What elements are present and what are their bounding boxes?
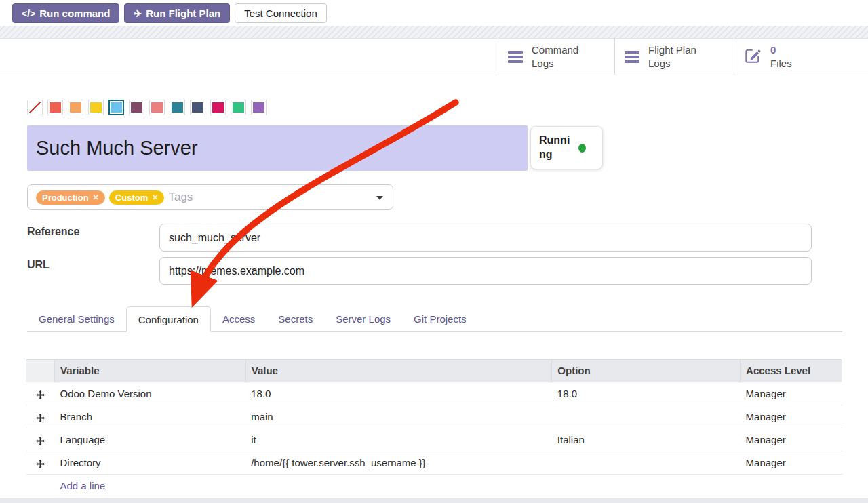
tab-configuration[interactable]: Configuration bbox=[126, 306, 211, 332]
menu-lines-icon bbox=[508, 51, 523, 63]
cell-variable[interactable]: Directory bbox=[54, 451, 245, 475]
tag-custom-label: Custom bbox=[115, 193, 148, 203]
remove-tag-icon[interactable]: ✕ bbox=[93, 193, 99, 202]
empty-cell bbox=[26, 475, 55, 498]
config-variables-table: Variable Value Option Access Level Odoo … bbox=[26, 359, 842, 498]
table-row[interactable]: Odoo Demo Version 18.0 18.0 Manager bbox=[26, 382, 842, 405]
test-connection-label: Test Connection bbox=[244, 7, 317, 19]
cell-value[interactable]: 18.0 bbox=[245, 382, 552, 405]
cell-access-level[interactable]: Manager bbox=[741, 405, 842, 428]
cell-option[interactable] bbox=[552, 405, 741, 428]
flight-plan-logs-label-line1: Flight Plan bbox=[648, 44, 696, 56]
cell-option[interactable]: 18.0 bbox=[552, 382, 741, 405]
sheet-header: Command Logs Flight Plan Logs 0 Files bbox=[0, 39, 868, 75]
command-logs-stat-button[interactable]: Command Logs bbox=[498, 39, 614, 75]
tab-git-projects[interactable]: Git Projects bbox=[402, 306, 478, 331]
add-line-row: Add a line bbox=[26, 475, 842, 498]
flight-plan-logs-label-line2: Logs bbox=[648, 58, 671, 69]
cell-option[interactable]: Italian bbox=[552, 428, 741, 451]
edit-icon bbox=[744, 47, 762, 67]
tag-production: Production ✕ bbox=[36, 190, 105, 205]
cell-access-level[interactable]: Manager bbox=[741, 428, 842, 451]
run-flight-plan-button[interactable]: ✈ Run Flight Plan bbox=[124, 3, 230, 23]
page-background-strip bbox=[0, 26, 868, 39]
notebook-tabs: General Settings Configuration Access Se… bbox=[27, 306, 842, 332]
table-row[interactable]: Language it Italian Manager bbox=[26, 428, 842, 451]
menu-lines-icon bbox=[625, 51, 639, 63]
cell-value[interactable]: it bbox=[245, 428, 552, 451]
files-count: 0 bbox=[770, 44, 776, 56]
run-command-label: Run command bbox=[39, 7, 110, 19]
table-row[interactable]: Branch main Manager bbox=[26, 405, 842, 428]
command-logs-label-line2: Logs bbox=[532, 58, 554, 69]
color-swatch-yellow[interactable] bbox=[88, 100, 104, 115]
cell-option[interactable] bbox=[552, 451, 741, 475]
cell-variable[interactable]: Odoo Demo Version bbox=[54, 382, 245, 405]
files-stat-button[interactable]: 0 Files bbox=[734, 39, 868, 75]
cell-variable[interactable]: Branch bbox=[54, 405, 245, 428]
reference-input[interactable] bbox=[159, 224, 812, 252]
column-header-value[interactable]: Value bbox=[245, 360, 552, 382]
tag-production-label: Production bbox=[42, 193, 89, 203]
cell-access-level[interactable]: Manager bbox=[741, 382, 842, 405]
table-row[interactable]: Directory /home/{{ tower.server.ssh_user… bbox=[26, 451, 842, 475]
cell-access-level[interactable]: Manager bbox=[741, 451, 842, 475]
add-a-line-link[interactable]: Add a line bbox=[60, 480, 105, 491]
cell-value[interactable]: /home/{{ tower.server.ssh_username }} bbox=[245, 451, 552, 475]
status-card: Running bbox=[530, 126, 603, 169]
status-label: Running bbox=[539, 134, 572, 162]
color-swatch-red[interactable] bbox=[47, 100, 63, 115]
tag-custom: Custom ✕ bbox=[109, 190, 165, 205]
color-swatch-dark-blue[interactable] bbox=[190, 100, 205, 115]
cell-value[interactable]: main bbox=[245, 405, 552, 428]
drag-handle-icon[interactable] bbox=[26, 428, 55, 451]
server-name-value: Such Much Server bbox=[27, 137, 198, 159]
color-swatch-fuchsia[interactable] bbox=[210, 100, 226, 115]
dropdown-caret-icon[interactable] bbox=[376, 196, 383, 200]
tab-general-settings[interactable]: General Settings bbox=[27, 306, 126, 331]
handle-column-header bbox=[26, 360, 55, 382]
drag-handle-icon[interactable] bbox=[26, 405, 55, 428]
remove-tag-icon[interactable]: ✕ bbox=[152, 193, 158, 202]
cell-variable[interactable]: Language bbox=[54, 428, 245, 451]
table-header-row: Variable Value Option Access Level bbox=[26, 360, 842, 382]
run-flight-plan-label: Run Flight Plan bbox=[146, 7, 220, 19]
color-swatch-light-blue-selected[interactable] bbox=[108, 100, 124, 115]
column-header-access-level[interactable]: Access Level bbox=[741, 360, 842, 382]
code-icon: </> bbox=[22, 8, 35, 19]
command-logs-label-line1: Command bbox=[532, 44, 578, 56]
column-header-option[interactable]: Option bbox=[552, 360, 741, 382]
run-command-button[interactable]: </> Run command bbox=[12, 3, 119, 23]
tags-placeholder: Tags bbox=[168, 190, 193, 204]
files-label: Files bbox=[770, 58, 792, 69]
drag-handle-icon[interactable] bbox=[26, 382, 55, 405]
color-swatch-medium-blue[interactable] bbox=[170, 100, 185, 115]
color-swatch-orange[interactable] bbox=[68, 100, 83, 115]
reference-label: Reference bbox=[27, 226, 79, 238]
color-swatch-none[interactable] bbox=[27, 100, 43, 115]
color-picker bbox=[27, 100, 267, 115]
plane-icon: ✈ bbox=[134, 8, 142, 19]
server-name-field[interactable]: Such Much Server bbox=[27, 125, 528, 171]
add-line-cell: Add a line bbox=[54, 475, 842, 498]
stat-button-box: Command Logs Flight Plan Logs 0 Files bbox=[498, 39, 868, 75]
sheet-footer-strip bbox=[0, 498, 868, 503]
url-label: URL bbox=[27, 259, 50, 271]
test-connection-button[interactable]: Test Connection bbox=[235, 3, 327, 23]
color-swatch-dark-purple[interactable] bbox=[129, 100, 144, 115]
status-dot bbox=[578, 144, 586, 153]
tab-access[interactable]: Access bbox=[211, 306, 267, 331]
tab-server-logs[interactable]: Server Logs bbox=[324, 306, 402, 331]
color-swatch-salmon-pink[interactable] bbox=[149, 100, 165, 115]
drag-handle-icon[interactable] bbox=[26, 451, 55, 475]
tags-field[interactable]: Production ✕ Custom ✕ Tags bbox=[27, 184, 393, 210]
column-header-variable[interactable]: Variable bbox=[54, 360, 245, 382]
color-swatch-purple[interactable] bbox=[251, 100, 267, 115]
tab-secrets[interactable]: Secrets bbox=[267, 306, 324, 331]
url-input[interactable] bbox=[159, 257, 812, 285]
top-toolbar: </> Run command ✈ Run Flight Plan Test C… bbox=[0, 0, 868, 26]
color-swatch-green[interactable] bbox=[231, 100, 246, 115]
flight-plan-logs-stat-button[interactable]: Flight Plan Logs bbox=[614, 39, 734, 75]
